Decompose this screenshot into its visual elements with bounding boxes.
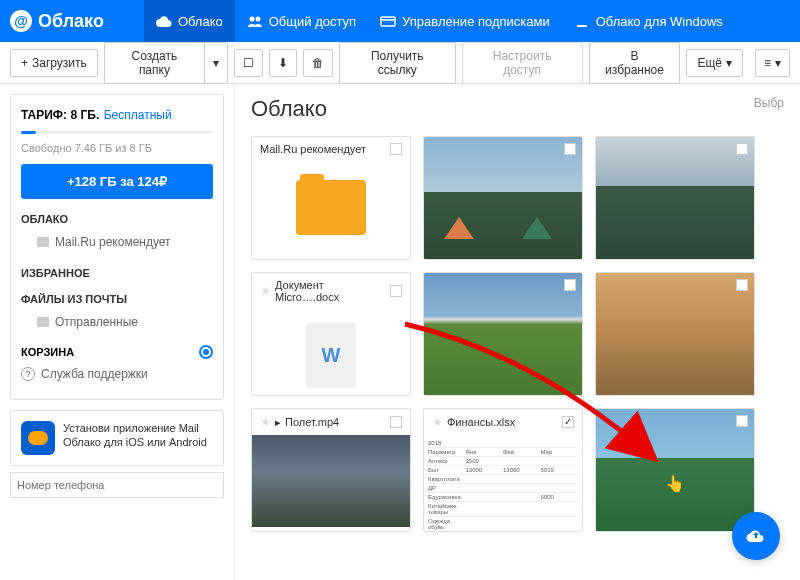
play-icon: ▸ [275, 416, 281, 429]
sidebar-item-sent[interactable]: Отправленные [21, 311, 213, 333]
file-card-video[interactable]: ★▸Полет.mp4 [251, 408, 411, 532]
file-checkbox[interactable] [564, 279, 576, 291]
promo-text: Установи приложение Mail Облако для iOS … [63, 421, 213, 450]
create-folder-dropdown[interactable]: ▾ [205, 42, 228, 84]
cloud-icon [156, 13, 172, 29]
support-link[interactable]: ?Служба поддержки [21, 359, 213, 389]
file-card-photo[interactable] [423, 136, 583, 260]
section-cloud: ОБЛАКО [21, 213, 213, 225]
download-icon [574, 13, 590, 29]
file-checkbox[interactable] [564, 143, 576, 155]
section-trash[interactable]: КОРЗИНА [21, 346, 74, 358]
svg-point-1 [255, 17, 260, 22]
tariff-label: ТАРИФ: 8 ГБ. [21, 108, 99, 122]
tariff-plan-link[interactable]: Бесплатный [104, 108, 172, 122]
section-favorites: ИЗБРАННОЕ [21, 267, 213, 279]
pointer-cursor-icon: 👆 [665, 474, 685, 493]
section-mailfiles: ФАЙЛЫ ИЗ ПОЧТЫ [21, 293, 213, 305]
nav-shared[interactable]: Общий доступ [235, 0, 368, 42]
spreadsheet-preview: 2018ПараметрЯнвФевМарАптека3500Быт130001… [424, 435, 582, 527]
file-card-photo[interactable] [595, 272, 755, 396]
phone-input[interactable] [10, 472, 224, 498]
people-icon [247, 13, 263, 29]
upgrade-button[interactable]: +128 ГБ за 124₽ [21, 164, 213, 199]
app-icon [21, 421, 55, 455]
file-name: Полет.mp4 [285, 416, 339, 428]
file-checkbox[interactable] [736, 143, 748, 155]
page-title: Облако [251, 96, 327, 122]
checkbox-icon: ☐ [243, 56, 254, 70]
file-name: Mail.Ru рекомендует [260, 143, 366, 155]
star-icon[interactable]: ★ [260, 284, 271, 298]
file-card-docx[interactable]: ★Документ Micro….docx W [251, 272, 411, 396]
svg-point-0 [249, 17, 254, 22]
brand-logo[interactable]: @ Облако [10, 10, 104, 32]
file-checkbox[interactable] [390, 285, 402, 297]
select-hint: Выбр [754, 96, 784, 122]
folder-large-icon [296, 180, 366, 235]
plus-icon: + [21, 56, 28, 70]
trash-icon: 🗑 [312, 56, 324, 70]
folder-icon [37, 237, 49, 247]
mobile-app-promo: Установи приложение Mail Облако для iOS … [10, 410, 224, 466]
file-checkbox[interactable] [736, 279, 748, 291]
file-checkbox[interactable] [390, 143, 402, 155]
view-mode-button[interactable]: ≡▾ [755, 49, 790, 77]
upload-fab[interactable] [732, 512, 780, 560]
file-checkbox[interactable] [562, 416, 574, 428]
file-checkbox[interactable] [736, 415, 748, 427]
upload-button[interactable]: +Загрузить [10, 49, 98, 77]
file-checkbox[interactable] [390, 416, 402, 428]
file-card-photo[interactable] [595, 136, 755, 260]
nav-subscriptions[interactable]: Управление подписками [368, 0, 562, 42]
delete-button[interactable]: 🗑 [303, 49, 333, 77]
file-card-photo[interactable] [595, 408, 755, 532]
create-folder-group: Создать папку ▾ [104, 42, 228, 84]
folder-icon [37, 317, 49, 327]
free-space-text: Свободно 7.46 ГБ из 8 ГБ [21, 142, 213, 154]
download-arrow-icon: ⬇ [278, 56, 288, 70]
list-icon: ≡ [764, 56, 771, 70]
question-icon: ? [21, 367, 35, 381]
brand-text: Облако [38, 11, 104, 32]
sidebar: ТАРИФ: 8 ГБ. Бесплатный Свободно 7.46 ГБ… [0, 84, 235, 580]
at-icon: @ [10, 10, 32, 32]
file-grid: Mail.Ru рекомендует ★Документ Micro….doc… [251, 136, 784, 532]
sidebar-item-recommend[interactable]: Mail.Ru рекомендует [21, 231, 213, 253]
configure-access-button[interactable]: Настроить доступ [462, 42, 583, 84]
file-card-folder[interactable]: Mail.Ru рекомендует [251, 136, 411, 260]
word-doc-icon: W [306, 323, 356, 388]
top-header: @ Облако Облако Общий доступ Управление … [0, 0, 800, 42]
top-nav: Облако Общий доступ Управление подпискам… [144, 0, 735, 42]
get-link-button[interactable]: Получить ссылку [339, 42, 455, 84]
content-area: Облако Выбр Mail.Ru рекомендует ★Докумен… [235, 84, 800, 580]
download-button[interactable]: ⬇ [269, 49, 297, 77]
file-card-photo[interactable] [423, 272, 583, 396]
file-name: Финансы.xlsx [447, 416, 515, 428]
card-icon [380, 13, 396, 29]
select-all-button[interactable]: ☐ [234, 49, 263, 77]
star-icon[interactable]: ★ [260, 415, 271, 429]
nav-cloud[interactable]: Облако [144, 0, 235, 42]
trash-radio-icon[interactable] [199, 345, 213, 359]
file-name: Документ Micro….docx [275, 279, 386, 303]
more-button[interactable]: Ещё ▾ [686, 49, 743, 77]
nav-windows[interactable]: Облако для Windows [562, 0, 735, 42]
storage-progress [21, 131, 213, 134]
star-icon[interactable]: ★ [432, 415, 443, 429]
file-card-xlsx[interactable]: ★Финансы.xlsx 2018ПараметрЯнвФевМарАптек… [423, 408, 583, 532]
favorites-button[interactable]: В избранное [589, 42, 681, 84]
svg-rect-2 [381, 17, 395, 26]
create-folder-button[interactable]: Создать папку [104, 42, 205, 84]
tariff-box: ТАРИФ: 8 ГБ. Бесплатный Свободно 7.46 ГБ… [10, 94, 224, 400]
toolbar: +Загрузить Создать папку ▾ ☐ ⬇ 🗑 Получит… [0, 42, 800, 84]
